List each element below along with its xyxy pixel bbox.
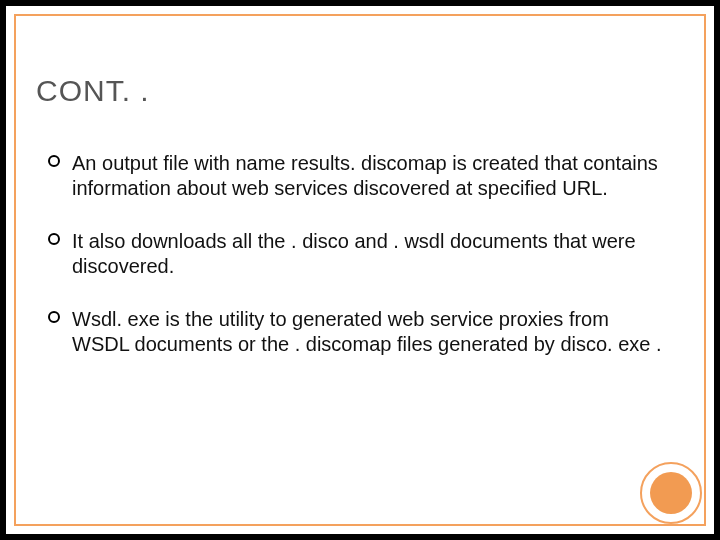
circle-bullet-icon xyxy=(48,155,60,167)
slide-title: CONT. . xyxy=(36,74,150,108)
bullet-list: An output file with name results. discom… xyxy=(48,151,664,357)
bullet-text: Wsdl. exe is the utility to generated we… xyxy=(72,308,662,355)
slide: CONT. . An output file with name results… xyxy=(6,6,714,534)
circle-bullet-icon xyxy=(48,233,60,245)
slide-body: An output file with name results. discom… xyxy=(48,151,664,385)
bullet-text: It also downloads all the . disco and . … xyxy=(72,230,636,277)
disc-icon xyxy=(650,472,692,514)
corner-decoration xyxy=(640,462,702,524)
circle-bullet-icon xyxy=(48,311,60,323)
bullet-text: An output file with name results. discom… xyxy=(72,152,658,199)
list-item: An output file with name results. discom… xyxy=(48,151,664,201)
list-item: Wsdl. exe is the utility to generated we… xyxy=(48,307,664,357)
list-item: It also downloads all the . disco and . … xyxy=(48,229,664,279)
